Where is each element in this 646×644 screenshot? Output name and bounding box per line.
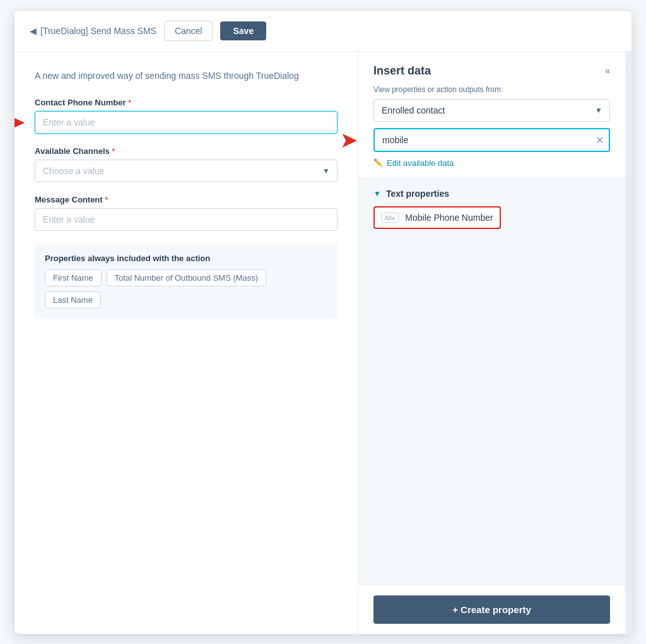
properties-always-included: Properties always included with the acti… — [35, 243, 338, 319]
property-type-abc: Abc — [381, 213, 399, 223]
available-channels-group: Available Channels * Choose a value ▼ — [35, 146, 338, 182]
properties-always-label: Properties always included with the acti… — [45, 254, 327, 263]
create-property-button[interactable]: + Create property — [373, 595, 610, 624]
insert-data-title: Insert data « — [373, 64, 610, 78]
right-panel: Insert data « View properties or action … — [358, 52, 625, 634]
back-icon: ◀ — [30, 26, 37, 36]
message-content-label: Message Content * — [35, 195, 338, 204]
contact-phone-label: Contact Phone Number * — [35, 98, 338, 107]
modal-title: [TrueDialog] Send Mass SMS — [40, 26, 156, 36]
modal-container: ◀ [TrueDialog] Send Mass SMS Cancel Save… — [14, 10, 632, 635]
modal-header: ◀ [TrueDialog] Send Mass SMS Cancel Save — [15, 11, 631, 52]
search-input[interactable] — [373, 128, 610, 152]
tag-last-name: Last Name — [45, 291, 101, 308]
mobile-phone-number-label: Mobile Phone Number — [405, 213, 493, 223]
back-button[interactable]: ◀ [TrueDialog] Send Mass SMS — [30, 26, 156, 36]
left-panel: A new and improved way of sending mass S… — [15, 52, 358, 634]
tag-first-name: First Name — [45, 269, 102, 286]
right-panel-content: ▼ Text properties Abc Mobile Phone Numbe… — [358, 179, 625, 585]
text-properties-header[interactable]: ▼ Text properties — [373, 189, 610, 199]
property-tags-container: First Name Total Number of Outbound SMS … — [45, 269, 327, 308]
mobile-phone-number-item[interactable]: Abc Mobile Phone Number — [373, 206, 501, 229]
search-wrapper: ➤ ✕ — [373, 128, 610, 152]
message-content-group: Message Content * — [35, 195, 338, 231]
available-channels-wrapper: Choose a value ▼ — [35, 160, 338, 182]
tag-outbound-sms: Total Number of Outbound SMS (Mass) — [107, 269, 267, 286]
arrow-left-annotation: ➤ — [15, 112, 24, 132]
message-content-input[interactable] — [35, 208, 338, 231]
cancel-button[interactable]: Cancel — [164, 21, 213, 41]
contact-phone-wrapper: ➤ — [35, 111, 338, 134]
contact-phone-group: Contact Phone Number * ➤ — [35, 98, 338, 134]
edit-icon: ✏️ — [373, 158, 383, 167]
enrolled-contact-dropdown[interactable]: Enrolled contact — [373, 99, 610, 122]
right-panel-header: Insert data « View properties or action … — [358, 52, 625, 179]
enrolled-contact-dropdown-wrapper: Enrolled contact ▼ — [373, 99, 610, 122]
available-channels-label: Available Channels * — [35, 146, 338, 156]
edit-data-label: Edit available data — [387, 158, 454, 168]
view-properties-label: View properties or action outputs from: — [373, 85, 610, 94]
save-button[interactable]: Save — [220, 21, 266, 40]
edit-available-data-link[interactable]: ✏️ Edit available data — [373, 158, 610, 168]
chevron-down-icon: ▼ — [373, 189, 381, 198]
scrollbar[interactable] — [625, 52, 631, 634]
collapse-icon[interactable]: « — [605, 66, 610, 76]
clear-search-button[interactable]: ✕ — [596, 134, 604, 146]
right-panel-footer: + Create property — [358, 585, 625, 634]
modal-body: A new and improved way of sending mass S… — [15, 52, 631, 634]
description-text: A new and improved way of sending mass S… — [35, 69, 338, 83]
arrow-right-annotation: ➤ — [341, 129, 356, 151]
text-properties-title: Text properties — [386, 189, 449, 199]
available-channels-select[interactable]: Choose a value — [35, 160, 338, 182]
contact-phone-input[interactable] — [35, 111, 338, 134]
